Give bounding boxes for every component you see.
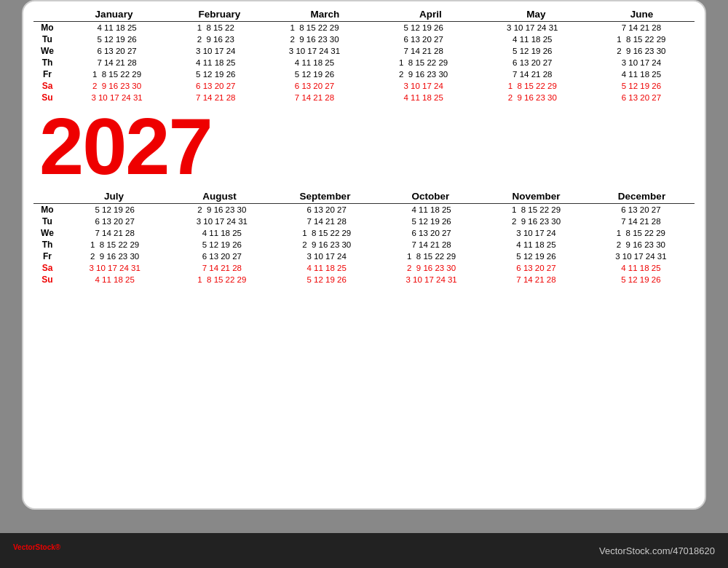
month-aug: August: [167, 191, 272, 202]
sep-mo: 6 13 20 27: [275, 204, 378, 216]
day-mo-b: Mo: [33, 204, 61, 216]
oct-sa: 2 9 16 23 30: [378, 262, 485, 274]
jan-we: 6 13 20 27: [61, 45, 173, 57]
feb-th: 4 11 18 25: [173, 57, 258, 68]
day-fr-b: Fr: [33, 251, 61, 262]
month-jun: June: [589, 9, 695, 20]
aug-fr: 6 13 20 27: [168, 251, 275, 262]
day-fr: Fr: [33, 68, 61, 80]
feb-fr: 5 12 19 26: [173, 68, 258, 80]
day-mo: Mo: [33, 22, 61, 34]
feb-tu: 2 9 16 23: [173, 33, 258, 45]
trademark-symbol: ®: [55, 543, 60, 551]
day-su-b: Su: [33, 274, 61, 285]
jan-th: 7 14 21 28: [61, 57, 173, 68]
may-sa: 1 8 15 22 29: [477, 80, 588, 92]
sep-fr: 3 10 17 24: [275, 251, 378, 262]
oct-tu: 5 12 19 26: [378, 216, 485, 227]
oct-we: 6 13 20 27: [378, 227, 485, 239]
day-we-b: We: [33, 227, 61, 239]
sep-th: 2 9 16 23 30: [275, 239, 378, 251]
jul-tu: 6 13 20 27: [61, 216, 168, 227]
day-tu-b: Tu: [33, 216, 61, 227]
mar-we: 3 10 17 24 31: [258, 45, 370, 57]
month-may: May: [483, 9, 589, 20]
aug-su: 1 8 15 22 29: [168, 274, 275, 285]
apr-mo: 5 12 19 26: [371, 22, 477, 34]
header-spacer: [33, 9, 61, 20]
header-spacer-bottom: [33, 191, 61, 202]
bottom-calendar-table: Mo 5 12 19 26 2 9 16 23 30 6 13 20 27 4 …: [33, 203, 695, 285]
feb-mo: 1 8 15 22: [173, 22, 258, 34]
jun-su: 6 13 20 27: [588, 92, 695, 103]
jun-th: 3 10 17 24: [588, 57, 695, 68]
jul-th: 1 8 15 22 29: [61, 239, 168, 251]
may-su: 2 9 16 23 30: [477, 92, 588, 103]
may-tu: 4 11 18 25: [477, 33, 588, 45]
apr-fr: 2 9 16 23 30: [371, 68, 477, 80]
aug-mo: 2 9 16 23 30: [168, 204, 275, 216]
dec-sa: 4 11 18 25: [587, 262, 695, 274]
oct-th: 7 14 21 28: [378, 239, 485, 251]
day-sa: Sa: [33, 80, 61, 92]
nov-tu: 2 9 16 23 30: [485, 216, 587, 227]
top-month-headers: January February March April May June: [33, 9, 695, 21]
day-sa-b: Sa: [33, 262, 61, 274]
jul-mo: 5 12 19 26: [61, 204, 168, 216]
month-oct: October: [378, 191, 483, 202]
dec-su: 5 12 19 26: [587, 274, 695, 285]
day-we: We: [33, 45, 61, 57]
month-apr: April: [378, 9, 483, 20]
apr-we: 7 14 21 28: [371, 45, 477, 57]
nov-fr: 5 12 19 26: [485, 251, 587, 262]
apr-sa: 3 10 17 24: [371, 80, 477, 92]
jan-mo: 4 11 18 25: [61, 22, 173, 34]
oct-fr: 1 8 15 22 29: [378, 251, 485, 262]
table-row: We 6 13 20 27 3 10 17 24 3 10 17 24 31 7…: [33, 45, 695, 57]
day-tu: Tu: [33, 33, 61, 45]
table-row: Su 4 11 18 25 1 8 15 22 29 5 12 19 26 3 …: [33, 274, 695, 285]
may-th: 6 13 20 27: [477, 57, 588, 68]
table-row: Fr 1 8 15 22 29 5 12 19 26 5 12 19 26 2 …: [33, 68, 695, 80]
table-row: Mo 5 12 19 26 2 9 16 23 30 6 13 20 27 4 …: [33, 204, 695, 216]
top-calendar-table: Mo 4 11 18 25 1 8 15 22 1 8 15 22 29 5 1…: [33, 21, 695, 103]
may-mo: 3 10 17 24 31: [477, 22, 588, 34]
jun-fr: 4 11 18 25: [588, 68, 695, 80]
jul-fr: 2 9 16 23 30: [61, 251, 168, 262]
table-row: Mo 4 11 18 25 1 8 15 22 1 8 15 22 29 5 1…: [33, 22, 695, 34]
table-row: Sa 3 10 17 24 31 7 14 21 28 4 11 18 25 2…: [33, 262, 695, 274]
oct-su: 3 10 17 24 31: [378, 274, 485, 285]
table-row: We 7 14 21 28 4 11 18 25 1 8 15 22 29 6 …: [33, 227, 695, 239]
month-jul: July: [61, 191, 167, 202]
nov-sa: 6 13 20 27: [485, 262, 587, 274]
month-dec: December: [589, 191, 695, 202]
mar-sa: 6 13 20 27: [258, 80, 370, 92]
sep-we: 1 8 15 22 29: [275, 227, 378, 239]
mar-su: 7 14 21 28: [258, 92, 370, 103]
jun-we: 2 9 16 23 30: [588, 45, 695, 57]
feb-sa: 6 13 20 27: [173, 80, 258, 92]
feb-we: 3 10 17 24: [173, 45, 258, 57]
year-label: 2027: [39, 106, 212, 186]
dec-tu: 7 14 21 28: [587, 216, 695, 227]
table-row: Tu 6 13 20 27 3 10 17 24 31 7 14 21 28 5…: [33, 216, 695, 227]
may-fr: 7 14 21 28: [477, 68, 588, 80]
jan-sa: 2 9 16 23 30: [61, 80, 173, 92]
jun-mo: 7 14 21 28: [588, 22, 695, 34]
bottom-grid: July August September October November D…: [33, 188, 695, 285]
jan-fr: 1 8 15 22 29: [61, 68, 173, 80]
footer: VectorStock® VectorStock.com/47018620: [0, 533, 728, 568]
nov-mo: 1 8 15 22 29: [485, 204, 587, 216]
mar-tu: 2 9 16 23 30: [258, 33, 370, 45]
aug-sa: 7 14 21 28: [168, 262, 275, 274]
apr-tu: 6 13 20 27: [371, 33, 477, 45]
mar-th: 4 11 18 25: [258, 57, 370, 68]
year-section: 2027: [33, 103, 695, 188]
top-grid: January February March April May June Mo…: [33, 9, 695, 103]
calendar-card: January February March April May June Mo…: [22, 0, 706, 510]
day-th: Th: [33, 57, 61, 68]
apr-th: 1 8 15 22 29: [371, 57, 477, 68]
bottom-month-headers: July August September October November D…: [33, 188, 695, 203]
jun-sa: 5 12 19 26: [588, 80, 695, 92]
jul-sa: 3 10 17 24 31: [61, 262, 168, 274]
